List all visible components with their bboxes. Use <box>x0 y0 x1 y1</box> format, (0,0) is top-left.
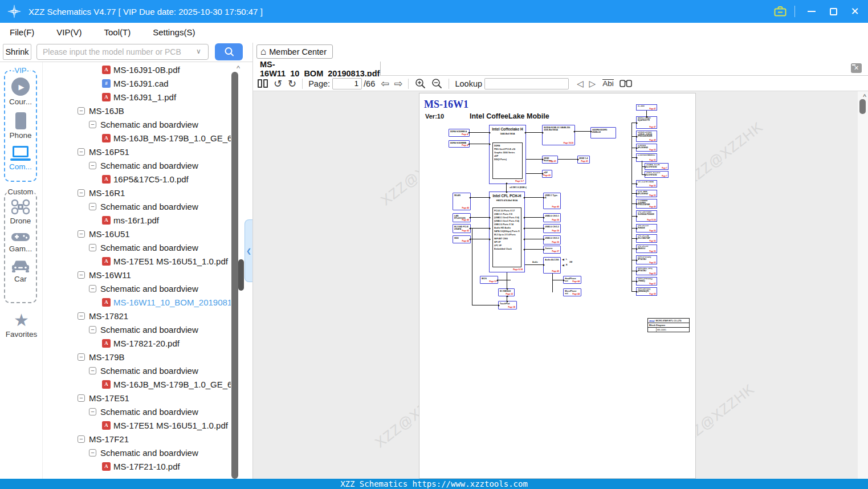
tree-scrollbar-overlay[interactable] <box>238 259 244 291</box>
collapse-minus-icon[interactable]: − <box>78 107 85 115</box>
tree-node[interactable]: −MS-17F21 <box>43 432 231 446</box>
tree-node[interactable]: −MS-179B <box>43 350 231 364</box>
sidebar-item-cour[interactable]: ▶Cour... <box>5 78 36 106</box>
tree-node[interactable]: −MS-17821 <box>43 309 231 323</box>
rotate-left-icon[interactable]: ↺ <box>274 78 282 90</box>
collapse-minus-icon[interactable]: − <box>89 408 96 415</box>
sidebar-item-car[interactable]: Car <box>5 259 36 283</box>
two-page-view-icon[interactable] <box>258 79 268 88</box>
tree-node[interactable]: −MS-16W11 <box>43 268 231 282</box>
collapse-panel-handle[interactable]: ❮ <box>244 219 252 282</box>
scroll-up-icon[interactable]: ^ <box>234 64 243 72</box>
maximize-button[interactable] <box>825 0 842 23</box>
tree-file-item[interactable]: AMS-17E51 MS-16U51_1.0.pdf <box>43 418 231 432</box>
match-case-icon[interactable]: Abi <box>602 79 614 88</box>
minimize-button[interactable] <box>803 0 820 23</box>
pdf-file-icon: A <box>102 421 111 430</box>
collapse-minus-icon[interactable]: − <box>89 162 96 169</box>
tree-node[interactable]: −MS-16JB <box>43 104 231 117</box>
collapse-minus-icon[interactable]: − <box>78 189 85 197</box>
collapse-minus-icon[interactable]: − <box>89 326 96 333</box>
collapse-minus-icon[interactable]: − <box>89 449 96 457</box>
tree-file-item[interactable]: AMS-16J91_1.pdf <box>43 90 231 104</box>
tree-file-item[interactable]: AMS-16J91-0B.pdf <box>43 63 231 76</box>
collapse-minus-icon[interactable]: − <box>89 285 96 292</box>
tree-node[interactable]: −Schematic and boardview <box>43 241 231 254</box>
member-center-button[interactable]: ⌂ Member Center <box>256 44 333 59</box>
power-rail-block: +VLAKE_VCCIN SLG7NT4192Page 7 <box>645 163 669 170</box>
tree-node[interactable]: −Schematic and boardview <box>43 158 231 172</box>
collapse-minus-icon[interactable]: − <box>78 230 85 238</box>
collapse-minus-icon[interactable]: − <box>78 435 85 443</box>
menu-tool[interactable]: Tool(T) <box>104 27 131 37</box>
collapse-minus-icon[interactable]: − <box>78 148 85 156</box>
menu-settings[interactable]: Settings(S) <box>153 27 195 37</box>
next-page-icon[interactable]: ⇨ <box>394 78 402 90</box>
shrink-button[interactable]: Shrink <box>3 44 31 60</box>
connector-line <box>526 173 542 174</box>
lookup-input[interactable] <box>484 78 569 89</box>
sidebar-item-phone[interactable]: Phone <box>5 112 36 140</box>
close-document-icon[interactable]: ✕ <box>851 63 862 73</box>
search-input[interactable] <box>36 44 209 60</box>
sidebar-item-favorites[interactable]: ★ Favorites <box>0 312 43 339</box>
collapse-minus-icon[interactable]: − <box>78 353 85 361</box>
rotate-right-icon[interactable]: ↻ <box>288 78 296 90</box>
tree-node[interactable]: −Schematic and boardview <box>43 323 231 336</box>
tree-node[interactable]: −Schematic and boardview <box>43 199 231 213</box>
menu-file[interactable]: File(F) <box>10 27 34 37</box>
collapse-minus-icon[interactable]: − <box>89 244 96 251</box>
tree-scrollbar[interactable] <box>231 72 238 479</box>
zoom-in-icon[interactable] <box>415 78 426 89</box>
close-button[interactable]: ✕ <box>846 0 863 23</box>
tree-file-item[interactable]: AMS-17F21-10.pdf <box>43 459 231 473</box>
collapse-minus-icon[interactable]: − <box>89 121 96 128</box>
zoom-out-icon[interactable] <box>431 78 442 89</box>
find-next-icon[interactable]: ▷ <box>589 79 596 89</box>
sidebar-item-drone[interactable]: Drone <box>5 199 36 225</box>
collapse-minus-icon[interactable]: − <box>78 271 85 279</box>
viewer-scrollbar[interactable] <box>859 99 866 114</box>
tree-file-item[interactable]: AMS-17E51 MS-16U51_1.0.pdf <box>43 254 231 268</box>
sidebar-item-gam[interactable]: Gam... <box>5 231 36 253</box>
page-number-input[interactable] <box>332 78 362 89</box>
tree-node[interactable]: −Schematic and boardview <box>43 364 231 377</box>
tree-node[interactable]: −MS-17E51 <box>43 391 231 405</box>
tree-node[interactable]: −MS-16R1 <box>43 186 231 199</box>
chevron-down-icon[interactable]: ∨ <box>196 47 201 55</box>
find-previous-icon[interactable]: ◁ <box>577 79 584 89</box>
sidebar-item-com[interactable]: Com... <box>5 146 36 171</box>
tree-node[interactable]: −MS-16U51 <box>43 227 231 241</box>
collapse-minus-icon[interactable]: − <box>78 312 85 320</box>
tree-item-label: Schematic and boardview <box>100 120 198 129</box>
controls-row: Shrink ∨ ⌂ Member Center <box>0 42 868 62</box>
whole-word-icon[interactable] <box>620 79 632 88</box>
collapse-minus-icon[interactable]: − <box>89 203 96 210</box>
tree-file-item[interactable]: AMS-16JB_MS-179B_1.0_GE_6GM <box>43 131 231 145</box>
tree-node[interactable]: −Schematic and boardview <box>43 282 231 295</box>
speaker-right-icon: ◀ <box>562 263 564 267</box>
tree-node[interactable]: −Schematic and boardview <box>43 405 231 418</box>
collapse-minus-icon[interactable]: − <box>78 394 85 402</box>
tree-file-item[interactable]: Ams-16r1.pdf <box>43 213 231 227</box>
power-rail-block: DC JackPage 47 <box>636 104 657 111</box>
briefcase-icon[interactable] <box>774 6 787 17</box>
menu-vip[interactable]: VIP(V) <box>56 27 81 37</box>
tree-item-label: MS-16U51 <box>89 229 130 239</box>
tree-file-item[interactable]: AMS-17821-20.pdf <box>43 336 231 350</box>
previous-page-icon[interactable]: ⇦ <box>381 78 389 90</box>
pdf-viewer[interactable]: XZZ@XZZHKXZZ@XZZHKXZZ@XZZHKXZZ@XZZHK MS-… <box>253 91 868 479</box>
collapse-minus-icon[interactable]: − <box>89 367 96 374</box>
tree-file-item[interactable]: AMS-16W11_10_BOM_20190813.pdf <box>43 295 231 309</box>
tree-file-item[interactable]: AMS-16JB_MS-179B_1.0_GE_6GM <box>43 377 231 391</box>
tree-file-item[interactable]: A16P5&17C5-1.0.pdf <box>43 172 231 186</box>
search-button[interactable] <box>215 43 243 60</box>
diagram-model-title: MS-16W1 <box>424 99 468 111</box>
tree-node[interactable]: −Schematic and boardview <box>43 117 231 131</box>
play-circle-icon: ▶ <box>11 78 30 96</box>
tree-node[interactable]: −MS-16P51 <box>43 145 231 158</box>
tree-node[interactable]: −Schematic and boardview <box>43 446 231 459</box>
document-tab[interactable]: MS-16W11_10_BOM_20190813.pdf <box>253 62 381 76</box>
tree-item-label: MS-17E51 <box>89 393 129 403</box>
tree-file-item[interactable]: #MS-16J91.cad <box>43 76 231 90</box>
